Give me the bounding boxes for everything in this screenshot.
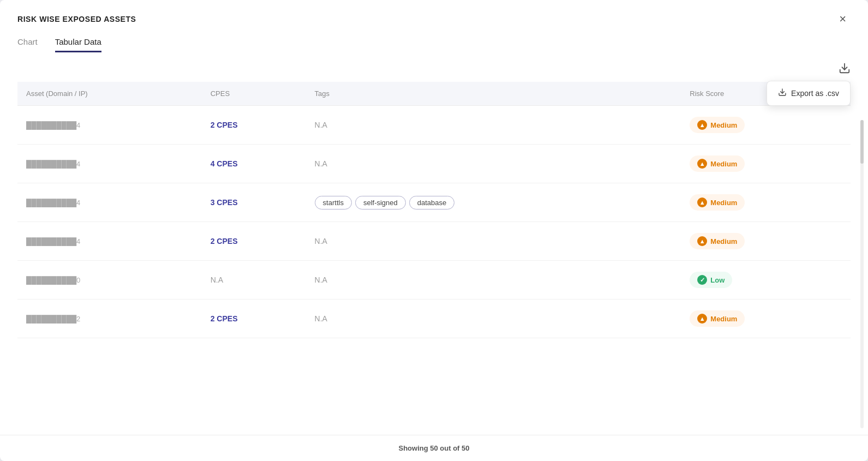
cell-cpes: 4 CPES (202, 145, 306, 183)
tags-na: N.A (315, 237, 327, 246)
cell-asset: ██████████4 (17, 106, 202, 145)
tab-tabular-data[interactable]: Tabular Data (55, 37, 101, 52)
risk-label: Medium (710, 121, 737, 129)
close-button[interactable]: × (835, 11, 851, 27)
table-row: ██████████0N.AN.A✓Low (17, 261, 851, 300)
modal-title: RISK WISE EXPOSED ASSETS (17, 15, 136, 23)
risk-badge-medium: ▲Medium (690, 155, 745, 172)
table-header: Asset (Domain / IP) CPES Tags Risk Score (17, 82, 851, 106)
cell-tags: N.A (306, 261, 681, 300)
cell-cpes: 2 CPES (202, 300, 306, 338)
cell-tags: N.A (306, 222, 681, 261)
asset-ip: ██████████2 (26, 315, 80, 323)
cpes-link[interactable]: 4 CPES (211, 159, 238, 168)
check-icon: ✓ (697, 275, 707, 285)
cell-risk-score: ▲Medium (681, 106, 851, 145)
risk-badge-medium: ▲Medium (690, 117, 745, 133)
risk-label: Medium (710, 160, 737, 168)
asset-ip: ██████████0 (26, 276, 80, 284)
risk-badge-medium: ▲Medium (690, 310, 745, 327)
risk-label: Low (710, 276, 725, 284)
footer: Showing 50 out of 50 (0, 435, 868, 461)
tag-pill: starttls (315, 196, 352, 209)
asset-ip: ██████████4 (26, 160, 80, 168)
col-cpes: CPES (202, 82, 306, 106)
cell-tags: N.A (306, 300, 681, 338)
table-row: ██████████22 CPESN.A▲Medium (17, 300, 851, 338)
tab-bar: Chart Tabular Data (0, 27, 868, 52)
cpes-na: N.A (211, 276, 223, 284)
data-table: Asset (Domain / IP) CPES Tags Risk Score… (17, 82, 851, 338)
cell-cpes: 2 CPES (202, 222, 306, 261)
asset-ip: ██████████4 (26, 199, 80, 207)
export-icon (778, 88, 787, 99)
modal-header: RISK WISE EXPOSED ASSETS × (0, 0, 868, 27)
tab-chart[interactable]: Chart (17, 37, 38, 52)
download-icon (839, 62, 851, 74)
tags-na: N.A (315, 314, 327, 323)
tag-pill: self-signed (355, 196, 406, 209)
col-tags: Tags (306, 82, 681, 106)
table-row: ██████████44 CPESN.A▲Medium (17, 145, 851, 183)
warning-icon: ▲ (697, 236, 707, 246)
warning-icon: ▲ (697, 197, 707, 207)
cell-risk-score: ▲Medium (681, 300, 851, 338)
table-row: ██████████42 CPESN.A▲Medium (17, 106, 851, 145)
warning-icon: ▲ (697, 159, 707, 169)
cell-asset: ██████████2 (17, 300, 202, 338)
cell-cpes: N.A (202, 261, 306, 300)
export-label: Export as .csv (791, 89, 839, 98)
cpes-link[interactable]: 2 CPES (211, 237, 238, 246)
tags-na: N.A (315, 121, 327, 129)
table-row: ██████████42 CPESN.A▲Medium (17, 222, 851, 261)
table-body: ██████████42 CPESN.A▲Medium██████████44 … (17, 106, 851, 338)
cell-asset: ██████████4 (17, 183, 202, 222)
asset-ip: ██████████4 (26, 121, 80, 129)
cell-asset: ██████████4 (17, 145, 202, 183)
cell-asset: ██████████4 (17, 222, 202, 261)
cpes-link[interactable]: 3 CPES (211, 198, 238, 207)
cpes-link[interactable]: 2 CPES (211, 314, 238, 323)
cpes-link[interactable]: 2 CPES (211, 121, 238, 129)
risk-label: Medium (710, 199, 737, 207)
toolbar: Export as .csv (0, 52, 868, 82)
tags-na: N.A (315, 276, 327, 284)
risk-badge-low: ✓Low (690, 272, 732, 288)
warning-icon: ▲ (697, 314, 707, 324)
asset-ip: ██████████4 (26, 237, 80, 246)
cell-risk-score: ▲Medium (681, 145, 851, 183)
tag-pill: database (409, 196, 455, 209)
cell-risk-score: ▲Medium (681, 222, 851, 261)
export-dropdown[interactable]: Export as .csv (767, 81, 851, 106)
table-row: ██████████43 CPESstarttlsself-signeddata… (17, 183, 851, 222)
cell-risk-score: ✓Low (681, 261, 851, 300)
risk-badge-medium: ▲Medium (690, 233, 745, 249)
scrollbar-thumb[interactable] (860, 120, 864, 164)
col-asset: Asset (Domain / IP) (17, 82, 202, 106)
table-container: Asset (Domain / IP) CPES Tags Risk Score… (0, 82, 868, 435)
showing-count: Showing 50 out of 50 (398, 444, 469, 452)
cell-cpes: 3 CPES (202, 183, 306, 222)
cell-cpes: 2 CPES (202, 106, 306, 145)
cell-tags: N.A (306, 145, 681, 183)
tags-na: N.A (315, 159, 327, 168)
risk-badge-medium: ▲Medium (690, 194, 745, 211)
cell-asset: ██████████0 (17, 261, 202, 300)
modal-container: RISK WISE EXPOSED ASSETS × Chart Tabular… (0, 0, 868, 461)
cell-tags: N.A (306, 106, 681, 145)
risk-label: Medium (710, 237, 737, 246)
cell-tags: starttlsself-signeddatabase (306, 183, 681, 222)
risk-label: Medium (710, 315, 737, 323)
cell-risk-score: ▲Medium (681, 183, 851, 222)
warning-icon: ▲ (697, 120, 707, 130)
download-button[interactable] (839, 62, 851, 77)
scrollbar-track[interactable] (860, 120, 864, 428)
